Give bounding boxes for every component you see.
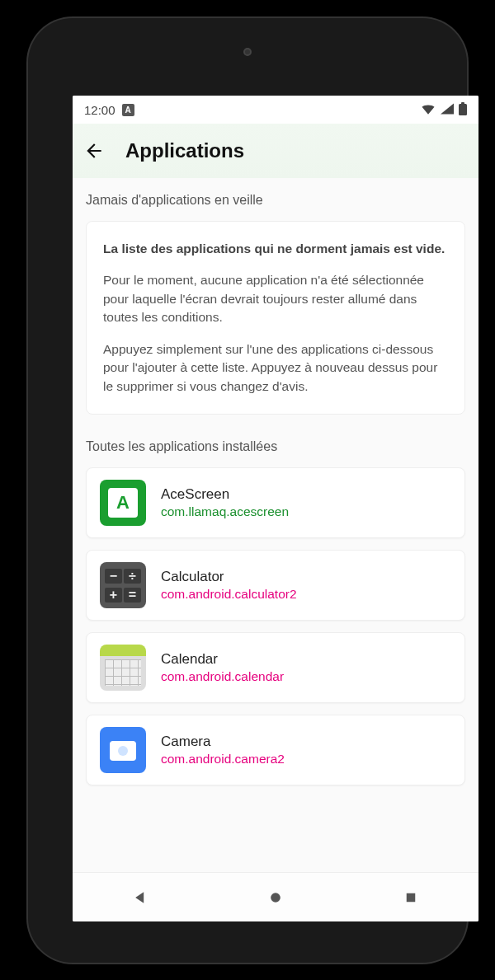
info-heading: La liste des applications qui ne dorment…	[103, 240, 448, 258]
svg-rect-0	[459, 104, 467, 115]
app-row-calendar[interactable]: Calendar com.android.calendar	[86, 632, 465, 703]
app-icon-acescreen	[100, 480, 146, 526]
wifi-icon	[421, 103, 436, 117]
app-icon-calendar	[100, 645, 146, 691]
section-title-installed: Toutes les applications installées	[86, 439, 465, 454]
info-card: La liste des applications qui ne dorment…	[86, 221, 465, 415]
app-package: com.android.calculator2	[161, 587, 297, 602]
nav-home-button[interactable]	[259, 881, 292, 914]
info-paragraph: Pour le moment, aucune application n'a é…	[103, 271, 448, 326]
section-title-never-sleep: Jamais d'applications en veille	[86, 193, 465, 208]
app-name: AceScreen	[161, 486, 289, 503]
svg-rect-1	[461, 102, 464, 105]
battery-icon	[459, 102, 467, 118]
app-name: Calculator	[161, 569, 297, 585]
app-row-acescreen[interactable]: AceScreen com.llamaq.acescreen	[86, 467, 465, 538]
page-title: Applications	[125, 139, 244, 162]
back-button[interactable]	[82, 139, 106, 162]
nav-recents-button[interactable]	[394, 881, 427, 914]
content-scroll[interactable]: Jamais d'applications en veille La liste…	[73, 178, 478, 872]
app-bar: Applications	[73, 124, 478, 178]
app-package: com.llamaq.acescreen	[161, 504, 289, 519]
app-package: com.android.camera2	[161, 752, 285, 767]
app-icon-camera	[100, 727, 146, 773]
status-time: 12:00	[84, 103, 116, 117]
nav-back-button[interactable]	[124, 881, 157, 914]
phone-frame: 12:00 A Applications	[28, 18, 467, 963]
app-name: Camera	[161, 734, 285, 750]
app-row-camera[interactable]: Camera com.android.camera2	[86, 715, 465, 785]
app-package: com.android.calendar	[161, 669, 284, 684]
info-paragraph: Appuyez simplement sur l'une des applica…	[103, 340, 448, 396]
phone-speaker	[243, 48, 252, 56]
app-icon-calculator: −÷+=	[100, 562, 146, 608]
screen: 12:00 A Applications	[73, 96, 478, 921]
status-bar: 12:00 A	[73, 96, 478, 124]
status-badge-a-icon: A	[122, 104, 134, 116]
system-nav-bar	[73, 872, 478, 921]
app-row-calculator[interactable]: −÷+= Calculator com.android.calculator2	[86, 550, 465, 621]
cellular-icon	[441, 103, 454, 117]
app-name: Calendar	[161, 651, 284, 668]
svg-rect-3	[407, 893, 416, 902]
svg-point-2	[271, 893, 280, 903]
